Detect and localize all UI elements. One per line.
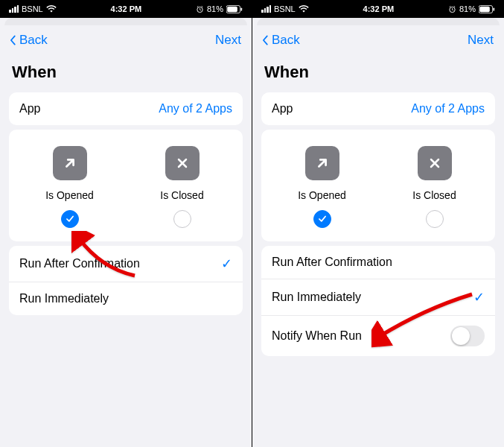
trigger-options-card: Is Opened Is Closed [9, 130, 243, 241]
notify-when-run-label: Notify When Run [272, 329, 362, 343]
chevron-left-icon [7, 35, 18, 45]
nav-bar: Back Next [252, 25, 504, 52]
radio-opened[interactable] [61, 210, 79, 228]
option-closed-label: Is Closed [160, 189, 203, 201]
notify-toggle[interactable] [450, 326, 485, 346]
row-run-after-confirmation[interactable]: Run After Confirmation ✓ [9, 246, 243, 282]
option-is-closed[interactable]: Is Closed [129, 146, 235, 228]
phone-right: BSNL 4:32 PM 81% Back Next When App Any … [252, 0, 504, 447]
sheet-background-lip [257, 18, 500, 25]
app-label: App [272, 102, 293, 115]
clock: 4:32 PM [111, 4, 142, 13]
alarm-icon [448, 5, 456, 13]
radio-closed[interactable] [173, 210, 191, 228]
close-app-icon [418, 146, 452, 180]
next-button[interactable]: Next [468, 33, 494, 48]
status-bar: BSNL 4:32 PM 81% [252, 0, 504, 18]
row-notify-when-run[interactable]: Notify When Run [261, 315, 495, 356]
battery-pct: 81% [459, 4, 476, 13]
chevron-left-icon [260, 35, 270, 45]
option-is-closed[interactable]: Is Closed [381, 146, 488, 228]
carrier-label: BSNL [274, 4, 296, 13]
app-label: App [19, 102, 40, 115]
back-button[interactable]: Back [260, 33, 300, 48]
option-opened-label: Is Opened [45, 189, 94, 201]
svg-rect-6 [479, 6, 490, 12]
row-run-immediately[interactable]: Run Immediately [9, 282, 243, 315]
option-opened-label: Is Opened [298, 189, 346, 201]
app-selector-card: App Any of 2 Apps [261, 92, 495, 125]
option-is-opened[interactable]: Is Opened [16, 146, 123, 228]
clock: 4:32 PM [363, 4, 395, 13]
nav-bar: Back Next [0, 25, 252, 52]
back-button[interactable]: Back [7, 33, 48, 48]
battery-icon [479, 5, 495, 13]
svg-rect-7 [493, 7, 494, 10]
run-mode-card: Run After Confirmation Run Immediately ✓… [261, 246, 495, 356]
run-immediately-label: Run Immediately [19, 292, 109, 305]
run-after-confirmation-label: Run After Confirmation [19, 257, 140, 270]
app-selector-row[interactable]: App Any of 2 Apps [9, 92, 243, 125]
run-mode-card: Run After Confirmation ✓ Run Immediately [9, 246, 243, 315]
radio-closed[interactable] [426, 210, 444, 228]
option-is-opened[interactable]: Is Opened [269, 146, 375, 228]
back-label: Back [19, 33, 48, 48]
checkmark-icon: ✓ [473, 289, 485, 305]
run-after-confirmation-label: Run After Confirmation [272, 256, 392, 269]
open-app-icon [305, 146, 339, 180]
trigger-options-card: Is Opened Is Closed [261, 130, 495, 241]
close-app-icon [165, 146, 200, 180]
alarm-icon [196, 5, 204, 13]
svg-rect-3 [240, 7, 242, 10]
row-run-immediately[interactable]: Run Immediately ✓ [261, 279, 495, 315]
wifi-icon [299, 5, 309, 13]
radio-opened[interactable] [313, 210, 331, 228]
next-button[interactable]: Next [215, 33, 241, 48]
back-label: Back [272, 33, 300, 48]
app-selector-row[interactable]: App Any of 2 Apps [261, 92, 495, 125]
signal-icon [9, 5, 19, 13]
run-immediately-label: Run Immediately [272, 291, 361, 304]
option-closed-label: Is Closed [412, 189, 456, 201]
app-value: Any of 2 Apps [159, 102, 232, 115]
svg-rect-2 [227, 6, 237, 12]
checkmark-icon: ✓ [221, 256, 232, 272]
signal-icon [261, 5, 271, 13]
wifi-icon [46, 5, 57, 13]
page-title: When [252, 52, 504, 88]
app-value: Any of 2 Apps [411, 102, 485, 115]
page-title: When [0, 52, 252, 88]
sheet-background-lip [4, 18, 247, 25]
battery-pct: 81% [207, 4, 223, 13]
row-run-after-confirmation[interactable]: Run After Confirmation [261, 246, 495, 279]
app-selector-card: App Any of 2 Apps [9, 92, 243, 125]
open-app-icon [53, 146, 87, 180]
carrier-label: BSNL [22, 4, 43, 13]
status-bar: BSNL 4:32 PM 81% [0, 0, 252, 18]
phone-left: BSNL 4:32 PM 81% Back Next When App Any … [0, 0, 252, 447]
battery-icon [226, 5, 243, 13]
